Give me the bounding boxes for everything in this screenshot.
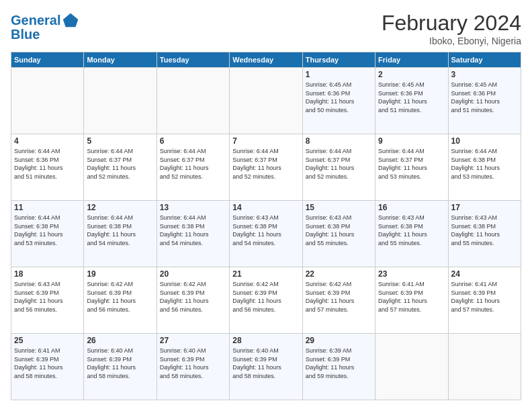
cell-w1-d5: 9Sunrise: 6:44 AM Sunset: 6:37 PM Daylig… bbox=[375, 134, 448, 201]
day-number: 1 bbox=[306, 70, 372, 79]
cell-w2-d0: 11Sunrise: 6:44 AM Sunset: 6:38 PM Dayli… bbox=[11, 201, 84, 267]
day-info: Sunrise: 6:44 AM Sunset: 6:38 PM Dayligh… bbox=[451, 147, 518, 181]
day-number: 18 bbox=[14, 269, 81, 279]
title-block: February 2024 Iboko, Ebonyi, Nigeria bbox=[382, 11, 521, 46]
logo-icon bbox=[62, 11, 81, 30]
cell-w3-d4: 22Sunrise: 6:42 AM Sunset: 6:39 PM Dayli… bbox=[302, 267, 375, 334]
day-info: Sunrise: 6:44 AM Sunset: 6:37 PM Dayligh… bbox=[232, 147, 299, 181]
cell-w4-d5 bbox=[375, 334, 448, 400]
header-thursday: Thursday bbox=[302, 52, 375, 68]
day-number: 28 bbox=[232, 336, 299, 345]
day-info: Sunrise: 6:40 AM Sunset: 6:39 PM Dayligh… bbox=[160, 347, 226, 380]
day-info: Sunrise: 6:44 AM Sunset: 6:38 PM Dayligh… bbox=[87, 214, 153, 247]
day-number: 13 bbox=[160, 203, 226, 212]
day-info: Sunrise: 6:44 AM Sunset: 6:37 PM Dayligh… bbox=[160, 147, 226, 181]
cell-w3-d5: 23Sunrise: 6:41 AM Sunset: 6:39 PM Dayli… bbox=[375, 267, 448, 334]
header-wednesday: Wednesday bbox=[230, 52, 302, 68]
page-header: General Blue February 2024 Iboko, Ebonyi… bbox=[11, 11, 521, 46]
header-tuesday: Tuesday bbox=[157, 52, 229, 68]
svg-marker-0 bbox=[63, 13, 78, 28]
cell-w2-d1: 12Sunrise: 6:44 AM Sunset: 6:38 PM Dayli… bbox=[84, 201, 157, 267]
day-number: 2 bbox=[378, 70, 445, 79]
week-row-0: 1Sunrise: 6:45 AM Sunset: 6:36 PM Daylig… bbox=[11, 68, 521, 134]
day-info: Sunrise: 6:42 AM Sunset: 6:39 PM Dayligh… bbox=[87, 280, 153, 314]
cell-w0-d2 bbox=[157, 68, 229, 134]
cell-w2-d3: 14Sunrise: 6:43 AM Sunset: 6:38 PM Dayli… bbox=[230, 201, 302, 267]
cell-w1-d2: 6Sunrise: 6:44 AM Sunset: 6:37 PM Daylig… bbox=[157, 134, 229, 201]
cell-w3-d3: 21Sunrise: 6:42 AM Sunset: 6:39 PM Dayli… bbox=[230, 267, 302, 334]
day-info: Sunrise: 6:41 AM Sunset: 6:39 PM Dayligh… bbox=[451, 280, 518, 314]
day-number: 8 bbox=[306, 136, 372, 146]
day-number: 16 bbox=[378, 203, 445, 212]
cell-w2-d2: 13Sunrise: 6:44 AM Sunset: 6:38 PM Dayli… bbox=[157, 201, 229, 267]
cell-w0-d6: 3Sunrise: 6:45 AM Sunset: 6:36 PM Daylig… bbox=[448, 68, 521, 134]
cell-w3-d1: 19Sunrise: 6:42 AM Sunset: 6:39 PM Dayli… bbox=[84, 267, 157, 334]
week-row-2: 11Sunrise: 6:44 AM Sunset: 6:38 PM Dayli… bbox=[11, 201, 521, 267]
day-info: Sunrise: 6:42 AM Sunset: 6:39 PM Dayligh… bbox=[306, 280, 372, 314]
day-info: Sunrise: 6:43 AM Sunset: 6:38 PM Dayligh… bbox=[451, 214, 518, 247]
calendar-page: General Blue February 2024 Iboko, Ebonyi… bbox=[0, 0, 532, 411]
day-info: Sunrise: 6:43 AM Sunset: 6:39 PM Dayligh… bbox=[14, 280, 81, 314]
cell-w3-d2: 20Sunrise: 6:42 AM Sunset: 6:39 PM Dayli… bbox=[157, 267, 229, 334]
cell-w1-d1: 5Sunrise: 6:44 AM Sunset: 6:37 PM Daylig… bbox=[84, 134, 157, 201]
day-number: 25 bbox=[14, 336, 81, 345]
day-number: 29 bbox=[306, 336, 372, 345]
day-info: Sunrise: 6:44 AM Sunset: 6:38 PM Dayligh… bbox=[160, 214, 226, 247]
day-info: Sunrise: 6:42 AM Sunset: 6:39 PM Dayligh… bbox=[160, 280, 226, 314]
day-info: Sunrise: 6:45 AM Sunset: 6:36 PM Dayligh… bbox=[306, 81, 372, 114]
day-number: 4 bbox=[14, 136, 81, 146]
day-info: Sunrise: 6:41 AM Sunset: 6:39 PM Dayligh… bbox=[378, 280, 445, 314]
cell-w4-d6 bbox=[448, 334, 521, 400]
cell-w4-d4: 29Sunrise: 6:39 AM Sunset: 6:39 PM Dayli… bbox=[302, 334, 375, 400]
cell-w3-d0: 18Sunrise: 6:43 AM Sunset: 6:39 PM Dayli… bbox=[11, 267, 84, 334]
day-info: Sunrise: 6:43 AM Sunset: 6:38 PM Dayligh… bbox=[378, 214, 445, 247]
day-number: 24 bbox=[451, 269, 518, 279]
week-row-1: 4Sunrise: 6:44 AM Sunset: 6:36 PM Daylig… bbox=[11, 134, 521, 201]
day-info: Sunrise: 6:43 AM Sunset: 6:38 PM Dayligh… bbox=[306, 214, 372, 247]
day-number: 20 bbox=[160, 269, 226, 279]
cell-w4-d1: 26Sunrise: 6:40 AM Sunset: 6:39 PM Dayli… bbox=[84, 334, 157, 400]
day-info: Sunrise: 6:45 AM Sunset: 6:36 PM Dayligh… bbox=[451, 81, 518, 114]
day-number: 15 bbox=[306, 203, 372, 212]
day-number: 22 bbox=[306, 269, 372, 279]
header-row: Sunday Monday Tuesday Wednesday Thursday… bbox=[11, 52, 521, 68]
cell-w2-d5: 16Sunrise: 6:43 AM Sunset: 6:38 PM Dayli… bbox=[375, 201, 448, 267]
day-info: Sunrise: 6:40 AM Sunset: 6:39 PM Dayligh… bbox=[232, 347, 299, 380]
cell-w0-d3 bbox=[230, 68, 302, 134]
day-info: Sunrise: 6:43 AM Sunset: 6:38 PM Dayligh… bbox=[232, 214, 299, 247]
cell-w4-d2: 27Sunrise: 6:40 AM Sunset: 6:39 PM Dayli… bbox=[157, 334, 229, 400]
header-friday: Friday bbox=[375, 52, 448, 68]
logo: General Blue bbox=[11, 11, 81, 42]
day-info: Sunrise: 6:44 AM Sunset: 6:37 PM Dayligh… bbox=[378, 147, 445, 181]
calendar-table: Sunday Monday Tuesday Wednesday Thursday… bbox=[11, 52, 521, 400]
cell-w1-d4: 8Sunrise: 6:44 AM Sunset: 6:37 PM Daylig… bbox=[302, 134, 375, 201]
calendar-title: February 2024 bbox=[382, 11, 521, 36]
logo-text: General bbox=[11, 13, 60, 28]
day-info: Sunrise: 6:44 AM Sunset: 6:37 PM Dayligh… bbox=[87, 147, 153, 181]
day-number: 17 bbox=[451, 203, 518, 212]
day-info: Sunrise: 6:42 AM Sunset: 6:39 PM Dayligh… bbox=[232, 280, 299, 314]
day-info: Sunrise: 6:44 AM Sunset: 6:36 PM Dayligh… bbox=[14, 147, 81, 181]
day-number: 21 bbox=[232, 269, 299, 279]
cell-w0-d1 bbox=[84, 68, 157, 134]
cell-w0-d0 bbox=[11, 68, 84, 134]
day-number: 14 bbox=[232, 203, 299, 212]
cell-w0-d5: 2Sunrise: 6:45 AM Sunset: 6:36 PM Daylig… bbox=[375, 68, 448, 134]
day-number: 26 bbox=[87, 336, 153, 345]
cell-w4-d0: 25Sunrise: 6:41 AM Sunset: 6:39 PM Dayli… bbox=[11, 334, 84, 400]
day-number: 27 bbox=[160, 336, 226, 345]
cell-w1-d0: 4Sunrise: 6:44 AM Sunset: 6:36 PM Daylig… bbox=[11, 134, 84, 201]
day-number: 9 bbox=[378, 136, 445, 146]
day-info: Sunrise: 6:39 AM Sunset: 6:39 PM Dayligh… bbox=[306, 347, 372, 380]
cell-w4-d3: 28Sunrise: 6:40 AM Sunset: 6:39 PM Dayli… bbox=[230, 334, 302, 400]
day-info: Sunrise: 6:45 AM Sunset: 6:36 PM Dayligh… bbox=[378, 81, 445, 114]
day-number: 5 bbox=[87, 136, 153, 146]
cell-w3-d6: 24Sunrise: 6:41 AM Sunset: 6:39 PM Dayli… bbox=[448, 267, 521, 334]
day-number: 7 bbox=[232, 136, 299, 146]
cell-w0-d4: 1Sunrise: 6:45 AM Sunset: 6:36 PM Daylig… bbox=[302, 68, 375, 134]
day-number: 12 bbox=[87, 203, 153, 212]
week-row-3: 18Sunrise: 6:43 AM Sunset: 6:39 PM Dayli… bbox=[11, 267, 521, 334]
cell-w1-d3: 7Sunrise: 6:44 AM Sunset: 6:37 PM Daylig… bbox=[230, 134, 302, 201]
day-number: 10 bbox=[451, 136, 518, 146]
header-sunday: Sunday bbox=[11, 52, 84, 68]
